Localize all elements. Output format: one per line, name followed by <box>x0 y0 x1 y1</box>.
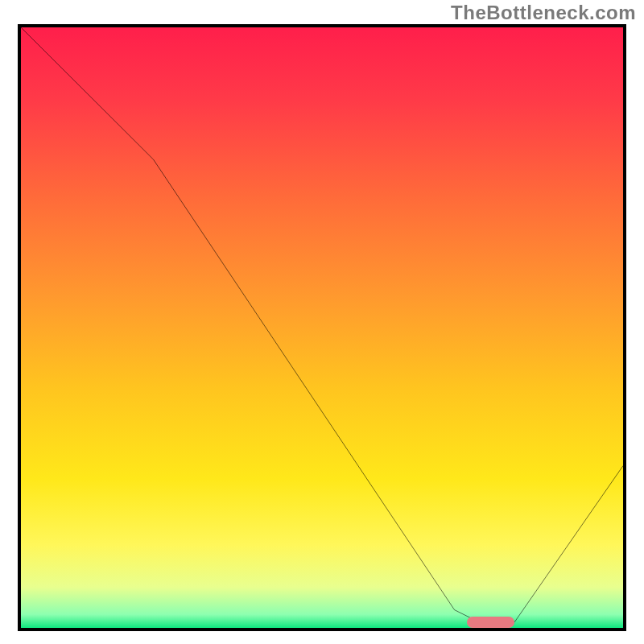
bottleneck-curve <box>21 27 623 622</box>
curve-layer <box>21 27 623 628</box>
chart-container: TheBottleneck.com <box>0 0 644 644</box>
watermark-label: TheBottleneck.com <box>451 2 636 24</box>
plot-area <box>18 24 626 631</box>
optimal-marker <box>467 617 515 628</box>
